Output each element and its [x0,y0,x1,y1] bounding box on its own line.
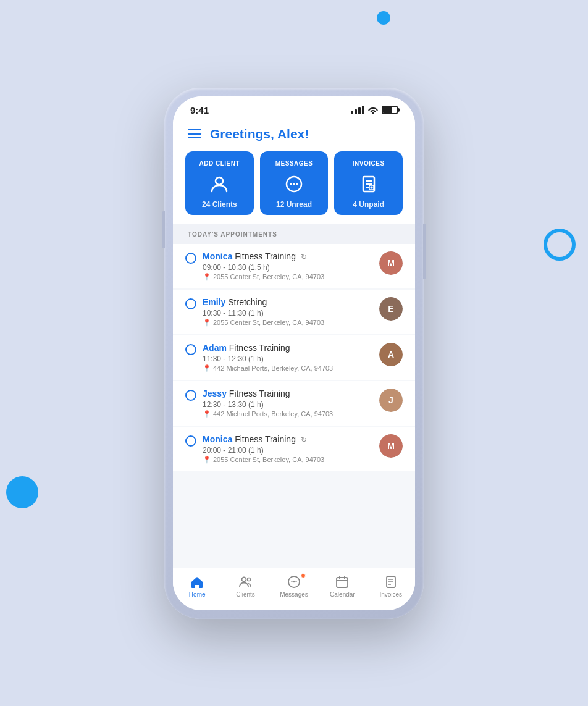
messages-nav-icon [287,574,301,589]
nav-calendar-label: Calendar [330,591,355,598]
section-header: TODAY'S APPOINTMENTS [173,224,415,244]
side-btn-left [162,211,165,248]
deco-circle-top [377,11,390,25]
nav-calendar[interactable]: Calendar [327,574,358,598]
messages-label: MESSAGES [275,160,313,167]
invoice-icon [358,173,380,195]
appt-type: Fitness Training [235,434,296,444]
appt-time: 12:30 - 13:30 (1 h) [203,400,373,409]
appt-location: 📍 2055 Center St, Berkeley, CA, 94703 [203,319,373,327]
appt-name: Jessy [203,389,227,398]
messages-badge [301,573,306,578]
messages-card[interactable]: MESSAGES 12 Unread [260,151,329,215]
battery-icon [382,106,398,114]
appt-title: Adam Fitness Training [203,343,373,353]
svg-point-13 [247,578,250,581]
appt-address: 442 Michael Ports, Berkeley, CA, 94703 [213,410,333,418]
avatar: J [379,389,403,412]
signal-bars-icon [351,106,364,114]
appt-type: Stretching [228,297,267,307]
wifi-icon [368,106,378,114]
home-icon [190,574,204,589]
menu-button[interactable] [188,129,201,139]
appt-title: Monica Fitness Training ↻ [203,251,373,261]
nav-home[interactable]: Home [182,574,212,598]
phone-screen: 9:41 [173,96,415,610]
appointment-item[interactable]: Jessy Fitness Training 12:30 - 13:30 (1 … [173,381,415,426]
appointment-item[interactable]: Monica Fitness Training ↻ 09:00 - 10:30 … [173,244,415,288]
appt-time: 09:00 - 10:30 (1.5 h) [203,263,373,272]
appt-radio[interactable] [185,253,196,264]
calendar-icon [335,574,350,589]
nav-invoices[interactable]: Invoices [376,574,406,598]
appt-radio[interactable] [185,344,196,355]
invoices-label: INVOICES [353,160,385,167]
invoices-card[interactable]: INVOICES 4 Unpaid [334,151,403,215]
appointments-section: TODAY'S APPOINTMENTS Monica Fitness Trai… [173,224,415,568]
appointment-item[interactable]: Monica Fitness Training ↻ 20:00 - 21:00 … [173,427,415,471]
appt-time: 20:00 - 21:00 (1 h) [203,446,373,455]
greeting-text: Greetings, Alex! [210,127,309,141]
appt-info: Emily Stretching 10:30 - 11:30 (1 h) 📍 2… [203,297,373,327]
avatar: M [379,434,403,458]
appt-address: 442 Michael Ports, Berkeley, CA, 94703 [213,364,333,372]
appt-type: Fitness Training [235,251,296,261]
appt-location: 📍 442 Michael Ports, Berkeley, CA, 94703 [203,410,373,418]
appt-title: Jessy Fitness Training [203,389,373,398]
refresh-icon: ↻ [301,435,307,444]
avatar: E [379,297,403,321]
appt-radio[interactable] [185,390,196,401]
person-icon [208,173,230,195]
appt-radio[interactable] [185,298,196,309]
svg-point-4 [296,183,298,185]
deco-circle-right [544,229,576,261]
side-btn-right [423,224,426,279]
invoices-count: 4 Unpaid [353,200,384,209]
nav-invoices-label: Invoices [379,591,402,598]
svg-point-17 [295,581,296,582]
svg-point-15 [291,581,292,582]
add-client-card[interactable]: ADD CLIENT 24 Clients [185,151,254,215]
nav-messages[interactable]: Messages [279,574,309,598]
status-icons [351,106,398,114]
svg-rect-18 [337,578,348,587]
appointments-list: Monica Fitness Training ↻ 09:00 - 10:30 … [173,244,415,471]
phone-outer: 9:41 [164,88,424,619]
location-pin-icon: 📍 [203,319,211,327]
appt-name: Emily [203,297,225,307]
appt-location: 📍 2055 Center St, Berkeley, CA, 94703 [203,273,373,281]
svg-point-16 [293,581,295,582]
svg-point-12 [242,577,246,581]
appt-name: Monica [203,434,232,444]
appt-name: Monica [203,251,232,261]
appointment-item[interactable]: Emily Stretching 10:30 - 11:30 (1 h) 📍 2… [173,290,415,334]
bottom-nav: Home Clients [173,568,415,610]
appointment-item[interactable]: Adam Fitness Training 11:30 - 12:30 (1 h… [173,335,415,380]
deco-circle-left [6,476,38,508]
location-pin-icon: 📍 [203,364,211,372]
chat-icon [283,173,305,195]
messages-count: 12 Unread [276,200,312,209]
appt-address: 2055 Center St, Berkeley, CA, 94703 [213,456,324,463]
nav-clients[interactable]: Clients [230,574,261,598]
appt-time: 10:30 - 11:30 (1 h) [203,309,373,317]
location-pin-icon: 📍 [203,410,211,418]
appt-title: Monica Fitness Training ↻ [203,434,373,444]
svg-point-3 [293,183,295,185]
appt-radio[interactable] [185,435,196,447]
appt-type: Fitness Training [229,389,290,398]
location-pin-icon: 📍 [203,456,211,464]
appt-info: Jessy Fitness Training 12:30 - 13:30 (1 … [203,389,373,418]
appt-info: Monica Fitness Training ↻ 20:00 - 21:00 … [203,434,373,464]
clients-icon [238,574,253,589]
appt-title: Emily Stretching [203,297,373,307]
nav-clients-label: Clients [236,591,255,598]
location-pin-icon: 📍 [203,273,211,281]
appt-name: Adam [203,343,227,353]
app-header: Greetings, Alex! [173,119,415,146]
appt-info: Monica Fitness Training ↻ 09:00 - 10:30 … [203,251,373,281]
status-time: 9:41 [190,105,209,116]
add-client-count: 24 Clients [202,200,237,209]
appt-address: 2055 Center St, Berkeley, CA, 94703 [213,319,324,326]
avatar: M [379,251,403,275]
